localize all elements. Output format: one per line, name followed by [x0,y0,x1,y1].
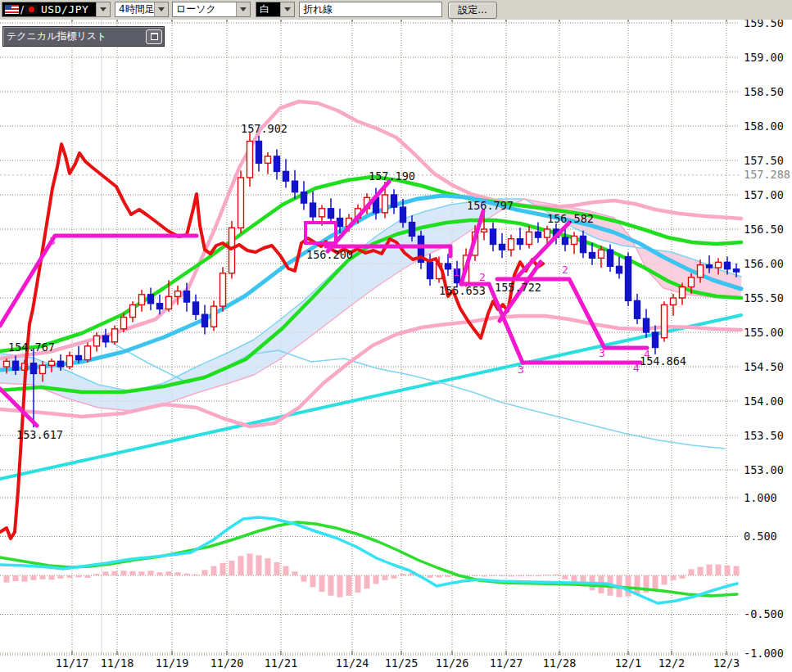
chevron-down-icon[interactable] [154,2,168,16]
bg-color-label: 白 [256,2,280,16]
settings-button[interactable]: 設定... [448,2,497,19]
symbol-select[interactable]: / USD/JPY [2,2,111,17]
symbol-label: USD/JPY [38,3,96,16]
svg-text:153.50: 153.50 [744,429,784,442]
svg-text:-0.500: -0.500 [744,607,784,620]
restore-window-button[interactable] [146,29,162,44]
timeframe-select[interactable]: 4時間足 [115,2,169,17]
svg-text:157.50: 157.50 [744,154,784,167]
date-axis: 11/1711/1811/1911/2011/2111/2411/2511/26… [56,656,740,670]
svg-text:157.288: 157.288 [744,168,790,181]
price-axis: 159.50159.00158.50158.00157.50157.00156.… [744,16,790,660]
svg-text:157.190: 157.190 [369,169,415,183]
svg-text:11/21: 11/21 [265,656,298,670]
svg-text:12/3: 12/3 [713,656,740,670]
bg-color-select[interactable]: 白 [256,2,295,17]
trading-app-window: { "toolbar": { "symbol": "USD/JPY", "sym… [0,0,792,672]
svg-text:156.00: 156.00 [744,257,784,270]
jp-flag-icon [25,5,38,14]
svg-text:2: 2 [562,264,568,276]
svg-text:3: 3 [518,363,524,376]
svg-text:155.00: 155.00 [744,326,784,339]
flag-separator: / [20,4,24,16]
svg-text:4: 4 [633,362,640,374]
svg-text:11/26: 11/26 [436,656,469,670]
svg-text:154.864: 154.864 [640,354,686,368]
svg-text:158.50: 158.50 [744,85,784,98]
svg-text:158.00: 158.00 [744,120,784,133]
restore-window-icon [151,33,158,40]
price-chart-canvas[interactable]: 31223434157.902157.190156.797156.582156.… [0,0,792,672]
svg-text:0.500: 0.500 [744,530,777,543]
svg-text:157.902: 157.902 [241,122,287,135]
svg-text:11/25: 11/25 [385,656,419,670]
chevron-down-icon[interactable] [96,2,110,16]
indicator-list-title: テクニカル指標リスト [3,29,146,43]
svg-text:159.00: 159.00 [744,51,784,64]
svg-text:154.00: 154.00 [744,395,784,408]
toolbar: / USD/JPY 4時間足 ローソク 白 設定... [0,0,792,20]
svg-text:-1.000: -1.000 [744,647,784,660]
svg-text:11/28: 11/28 [543,656,577,670]
svg-text:12/1: 12/1 [615,656,642,670]
svg-text:154.50: 154.50 [744,360,784,373]
svg-text:157.00: 157.00 [744,188,784,201]
ichimoku-cloud [0,199,741,411]
settings-button-label: 設定... [458,3,487,17]
chevron-down-icon[interactable] [280,2,294,16]
svg-text:155.722: 155.722 [495,281,541,294]
chart-type-label: ローソク [173,2,236,16]
svg-text:3: 3 [49,235,56,247]
timeframe-label: 4時間足 [115,2,154,16]
svg-text:156.200: 156.200 [306,248,353,261]
svg-text:1: 1 [453,266,459,278]
svg-text:12/2: 12/2 [658,656,686,670]
svg-text:11/20: 11/20 [210,656,244,670]
svg-text:155.653: 155.653 [439,284,486,297]
svg-text:155.50: 155.50 [744,291,784,304]
indicator-list-panel[interactable]: テクニカル指標リスト [2,26,165,47]
us-flag-icon [5,5,19,14]
grid [0,18,740,655]
svg-text:156.582: 156.582 [547,212,594,225]
svg-text:11/17: 11/17 [56,656,89,670]
chart-type-select[interactable]: ローソク [172,2,251,17]
svg-text:156.50: 156.50 [744,223,784,236]
svg-text:154.767: 154.767 [8,341,55,354]
svg-text:2: 2 [479,271,486,283]
svg-text:156.797: 156.797 [467,199,514,212]
overlay-input[interactable] [299,2,442,17]
chevron-down-icon[interactable] [236,2,250,16]
svg-text:3: 3 [599,347,605,359]
svg-text:1.000: 1.000 [744,491,777,504]
svg-text:153.617: 153.617 [16,428,63,441]
svg-text:11/18: 11/18 [101,656,134,670]
svg-text:153.00: 153.00 [744,463,784,476]
svg-text:11/24: 11/24 [336,656,369,670]
svg-text:11/19: 11/19 [156,656,189,670]
macd-panel [0,517,740,603]
svg-text:11/27: 11/27 [490,656,523,670]
